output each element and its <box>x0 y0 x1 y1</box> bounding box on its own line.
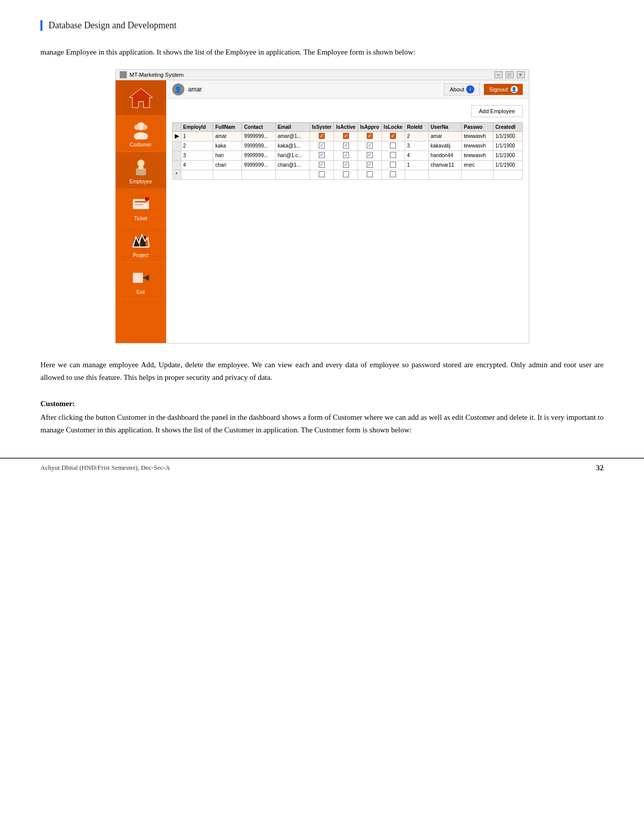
employee-icon <box>129 157 152 177</box>
app-header: 👤 amar About i Signout 👤 <box>166 80 529 99</box>
app-icon <box>120 71 127 78</box>
col-isactive: IsActive <box>334 122 358 131</box>
info-icon: i <box>466 85 474 93</box>
sidebar-ticket-label: Ticket <box>134 216 147 221</box>
cell-role-1: 2 <box>405 131 428 141</box>
row-nav-1: ▶ <box>172 131 181 141</box>
table-row[interactable]: ▶ 1 amar 9999999... amar@1... 2 amar <box>172 131 522 141</box>
app-main: 👤 amar About i Signout 👤 <box>166 80 529 343</box>
col-username: UserNa <box>428 122 462 131</box>
cell-contact-3: 9999999... <box>242 151 275 160</box>
cell-email-2: kaka@1... <box>275 141 310 151</box>
cell-password-2: tewwasvh <box>462 141 493 151</box>
cell-role-3: 4 <box>405 151 428 160</box>
cell-created-4: 1/1/1900 <box>493 160 522 170</box>
sidebar-item-ticket[interactable]: Ticket <box>116 189 166 226</box>
cell-role-4: 1 <box>405 160 428 170</box>
cell-email-3: hari@1.c... <box>275 151 310 160</box>
page-footer: Achyut Dhital (HND/Frist Semester), Dec-… <box>0 458 644 477</box>
cell-username-2: kakavatij <box>428 141 462 151</box>
sidebar-item-project[interactable]: Project <box>116 226 166 263</box>
costumer-icon <box>129 120 152 140</box>
svg-rect-9 <box>135 201 147 203</box>
cell-username-4: charivar11 <box>428 160 462 170</box>
cell-isactive-1 <box>334 131 358 141</box>
exit-icon <box>129 268 152 288</box>
cell-issys-4 <box>310 160 334 170</box>
cell-isactive-2 <box>334 141 358 151</box>
app-layout: Costumer Employee <box>116 80 529 343</box>
intro-text: manage Employee in this application. It … <box>40 46 604 59</box>
cell-islock-4 <box>381 160 405 170</box>
col-employid: EmployId <box>181 122 213 131</box>
cell-new-cb1 <box>310 170 334 179</box>
sidebar: Costumer Employee <box>116 80 166 343</box>
sidebar-item-exit[interactable]: Exit <box>116 263 166 300</box>
sidebar-project-label: Project <box>133 253 148 258</box>
table-row[interactable]: 3 hari 9999999... hari@1.c... 4 haridon4… <box>172 151 522 160</box>
table-row-new[interactable]: * <box>172 170 522 179</box>
table-row[interactable]: 2 kaka 9999999... kaka@1... 3 kakavatij <box>172 141 522 151</box>
col-contact: Contact <box>242 122 275 131</box>
add-employee-button[interactable]: Add Employee <box>471 105 523 117</box>
sidebar-item-employee[interactable]: Employee <box>116 152 166 189</box>
header-username: amar <box>188 86 202 93</box>
col-email: Email <box>275 122 310 131</box>
footer-author: Achyut Dhital (HND/Frist Semester), Dec-… <box>40 464 170 472</box>
customer-heading: Customer: <box>40 400 604 408</box>
cell-new-empty4 <box>275 170 310 179</box>
cell-created-3: 1/1/1900 <box>493 151 522 160</box>
cell-password-4: enec <box>462 160 493 170</box>
home-icon <box>128 86 154 109</box>
signout-button[interactable]: Signout 👤 <box>484 84 522 95</box>
cell-name-2: kaka <box>213 141 242 151</box>
sidebar-item-costumer[interactable]: Costumer <box>116 115 166 152</box>
titlebar-left: MT-Marketing System <box>120 71 184 78</box>
cell-contact-2: 9999999... <box>242 141 275 151</box>
sidebar-exit-label: Exit <box>136 289 145 295</box>
table-row[interactable]: 4 chari 9999999... chari@1... 1 charivar… <box>172 160 522 170</box>
sidebar-costumer-label: Costumer <box>130 142 152 148</box>
header-user: 👤 amar <box>172 83 202 95</box>
cell-new-cb3 <box>358 170 381 179</box>
cell-new-date <box>493 170 522 179</box>
cell-new-pass <box>462 170 493 179</box>
signout-icon: 👤 <box>511 86 518 93</box>
cell-name-1: amar <box>213 131 242 141</box>
cell-email-1: amar@1... <box>275 131 310 141</box>
row-nav-new: * <box>172 170 181 179</box>
svg-point-4 <box>142 125 147 130</box>
app-screenshot: MT-Marketing System – □ × <box>115 69 529 344</box>
sidebar-home[interactable] <box>116 80 166 115</box>
app-content: Add Employee EmployId FullNam Contact Em… <box>166 99 529 343</box>
about-button[interactable]: About i <box>444 83 480 95</box>
row-nav-2 <box>172 141 181 151</box>
cell-issys-1 <box>310 131 334 141</box>
cell-isappro-4 <box>358 160 381 170</box>
cell-new-cb2 <box>334 170 358 179</box>
user-avatar-icon: 👤 <box>172 83 184 95</box>
page-title: Database Design and Development <box>48 20 176 30</box>
minimize-button[interactable]: – <box>494 71 503 78</box>
cell-username-1: amar <box>428 131 462 141</box>
svg-marker-0 <box>129 88 153 108</box>
cell-name-3: hari <box>213 151 242 160</box>
window-title: MT-Marketing System <box>130 72 184 78</box>
svg-point-3 <box>134 125 139 130</box>
maximize-button[interactable]: □ <box>506 71 514 78</box>
cell-isappro-1 <box>358 131 381 141</box>
col-issyster: IsSyster <box>310 122 334 131</box>
svg-point-11 <box>145 197 149 201</box>
col-isappro: IsAppro <box>358 122 381 131</box>
ticket-icon <box>129 194 152 214</box>
cell-isactive-3 <box>334 151 358 160</box>
row-nav-3 <box>172 151 181 160</box>
col-password: Passwo <box>462 122 493 131</box>
col-roleid: RoleId <box>405 122 428 131</box>
cell-id-1: 1 <box>181 131 213 141</box>
close-button[interactable]: × <box>517 71 525 78</box>
cell-email-4: chari@1... <box>275 160 310 170</box>
cell-islock-3 <box>381 151 405 160</box>
cell-islock-2 <box>381 141 405 151</box>
cell-password-3: tewwasvh <box>462 151 493 160</box>
